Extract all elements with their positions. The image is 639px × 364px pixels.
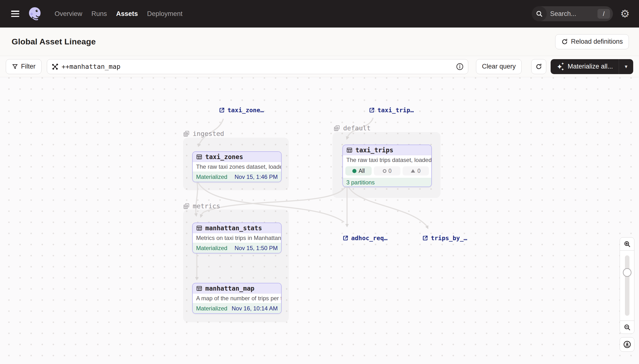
zoom-in-button[interactable] (620, 237, 634, 250)
asset-node-footer: Materialized Nov 15, 1:46 PM (193, 172, 281, 182)
asset-node-taxi-zones[interactable]: taxi_zones The raw taxi zones dataset, l… (192, 151, 282, 182)
asset-description: Metrics on taxi trips in Manhattan (193, 233, 281, 243)
group-label-ingested[interactable]: ingested (183, 130, 224, 137)
materialized-timestamp[interactable]: Nov 15, 1:50 PM (235, 245, 278, 252)
asset-node-manhattan-stats[interactable]: manhattan_stats Metrics on taxi trips in… (192, 222, 282, 254)
external-link-icon (422, 235, 428, 242)
refresh-graph-button[interactable] (531, 59, 546, 74)
materialize-dropdown-caret[interactable]: ▾ (619, 59, 633, 74)
refresh-icon (535, 63, 542, 70)
zoom-controls (620, 237, 634, 352)
asset-node-taxi-trips[interactable]: taxi_trips The raw taxi trips dataset, l… (342, 144, 432, 187)
table-icon (346, 147, 353, 153)
external-asset-link-taxi-trip[interactable]: taxi_trip… (369, 107, 414, 114)
download-view-button[interactable] (620, 337, 634, 352)
success-dot-icon (352, 169, 356, 173)
dagster-logo-icon[interactable] (28, 6, 42, 21)
materialized-status: Materialized (196, 305, 227, 312)
lineage-toolbar: Filter ++manhattan_map Clear query ✦✦✦ M… (0, 56, 639, 77)
asset-node-header: manhattan_stats (193, 223, 281, 233)
asset-node-header: manhattan_map (193, 284, 281, 294)
lineage-edges (0, 77, 639, 364)
materialized-timestamp[interactable]: Nov 16, 10:14 AM (232, 305, 278, 312)
search-input[interactable]: Search... / (532, 6, 613, 21)
external-link-icon (369, 107, 375, 114)
zoom-slider-track[interactable] (625, 256, 629, 316)
materialized-timestamp[interactable]: Nov 15, 1:46 PM (235, 174, 278, 180)
primary-nav: Overview Runs Assets Deployment (55, 10, 183, 18)
nav-overview[interactable]: Overview (55, 10, 82, 18)
top-navigation-bar: Overview Runs Assets Deployment Search..… (0, 0, 639, 28)
asset-node-footer: Materialized Nov 16, 10:14 AM (193, 303, 281, 313)
asset-node-manhattan-map[interactable]: manhattan_map A map of the number of tri… (192, 283, 282, 314)
search-icon (532, 6, 547, 21)
page-header: Global Asset Lineage Reload definitions (0, 28, 639, 56)
group-label-default[interactable]: default (334, 124, 371, 132)
graph-selector-icon (52, 63, 59, 70)
partition-status-pills: All 0 0 (345, 166, 429, 176)
external-link-icon (219, 107, 225, 114)
zoom-in-icon (623, 240, 631, 248)
reload-definitions-button[interactable]: Reload definitions (555, 34, 629, 49)
nav-assets[interactable]: Assets (116, 10, 138, 18)
clear-query-button[interactable]: Clear query (476, 59, 522, 74)
group-tables-icon (334, 125, 340, 132)
zoom-out-icon (623, 324, 631, 331)
search-placeholder: Search... (550, 10, 597, 18)
table-icon (196, 285, 202, 292)
zoom-slider-thumb[interactable] (623, 268, 631, 277)
asset-node-header: taxi_zones (193, 152, 281, 162)
missing-ring-icon (383, 169, 386, 173)
external-asset-link-adhoc-req[interactable]: adhoc_req… (342, 234, 388, 242)
asset-node-header: taxi_trips (343, 145, 431, 155)
group-tables-icon (183, 130, 190, 137)
page-title: Global Asset Lineage (12, 37, 96, 46)
query-value: ++manhattan_map (62, 63, 456, 70)
partition-pill-all[interactable]: All (345, 166, 372, 176)
lineage-canvas[interactable]: ingested default metrics taxi_zone… taxi… (0, 77, 639, 364)
sparkle-icon: ✦✦✦ (556, 62, 565, 72)
download-icon (623, 340, 631, 348)
external-asset-link-taxi-zone[interactable]: taxi_zone… (219, 107, 264, 114)
warning-triangle-icon (411, 169, 415, 172)
zoom-slider (620, 250, 634, 320)
asset-node-footer: Materialized Nov 15, 1:50 PM (193, 243, 281, 253)
partition-pill-missing[interactable]: 0 (374, 166, 400, 176)
info-icon[interactable] (456, 63, 464, 70)
group-label-metrics[interactable]: metrics (183, 202, 220, 210)
refresh-icon (561, 38, 568, 45)
settings-gear-icon[interactable]: ⚙ (619, 8, 631, 19)
asset-description: A map of the number of trips per taxi z.… (193, 294, 281, 303)
group-tables-icon (183, 203, 190, 210)
filter-button[interactable]: Filter (6, 59, 42, 74)
search-shortcut-badge: / (597, 9, 610, 18)
zoom-out-button[interactable] (620, 320, 634, 334)
filter-funnel-icon (12, 64, 18, 70)
asset-description: The raw taxi zones dataset, loaded int..… (193, 162, 281, 172)
partitions-count[interactable]: 3 partitions (343, 178, 431, 186)
nav-deployment[interactable]: Deployment (147, 10, 183, 18)
nav-runs[interactable]: Runs (92, 10, 107, 18)
materialized-status: Materialized (196, 174, 227, 180)
materialize-all-button[interactable]: ✦✦✦ Materialize all... ▾ (551, 59, 633, 74)
menu-icon[interactable] (11, 10, 19, 17)
table-icon (196, 154, 202, 160)
external-asset-link-trips-by[interactable]: trips_by_… (422, 234, 467, 242)
materialized-status: Materialized (196, 245, 227, 252)
asset-description: The raw taxi trips dataset, loaded into … (343, 155, 431, 165)
caret-down-icon: ▾ (625, 64, 627, 70)
external-link-icon (342, 235, 349, 242)
table-icon (196, 225, 202, 231)
asset-selection-query-input[interactable]: ++manhattan_map (47, 59, 468, 74)
partition-pill-failed[interactable]: 0 (403, 166, 429, 176)
